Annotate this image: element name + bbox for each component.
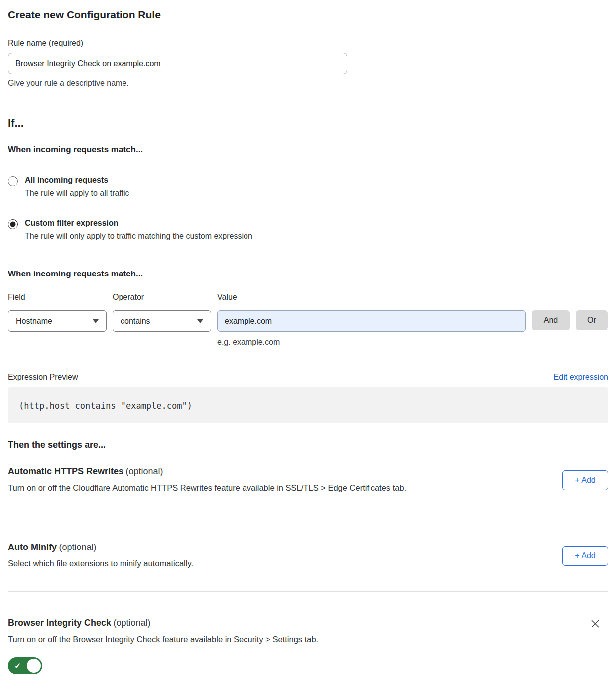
- chevron-down-icon: [197, 319, 203, 323]
- operator-label: Operator: [113, 293, 211, 302]
- radio-description: The rule will only apply to traffic matc…: [25, 232, 252, 241]
- setting-description: Turn on or off the Cloudflare Automatic …: [8, 483, 406, 493]
- setting-title: Browser Integrity Check: [8, 618, 111, 628]
- page-title: Create new Configuration Rule: [8, 9, 608, 21]
- field-select[interactable]: Hostname: [8, 310, 107, 332]
- setting-optional-tag: (optional): [114, 618, 151, 628]
- and-button[interactable]: And: [532, 310, 570, 330]
- expression-code: (http.host contains "example.com"): [19, 401, 192, 411]
- rule-name-help: Give your rule a descriptive name.: [8, 79, 608, 88]
- setting-title: Automatic HTTPS Rewrites: [8, 466, 123, 476]
- value-hint: e.g. example.com: [217, 338, 526, 347]
- setting-auto-minify: Auto Minify (optional) Select which file…: [8, 542, 608, 568]
- value-input[interactable]: [217, 310, 526, 332]
- setting-description: Select which file extensions to minify a…: [8, 559, 193, 568]
- operator-select[interactable]: contains: [113, 310, 211, 332]
- setting-automatic-https-rewrites: Automatic HTTPS Rewrites (optional) Turn…: [8, 466, 608, 493]
- then-settings-heading: Then the settings are...: [8, 440, 608, 450]
- divider: [8, 591, 608, 592]
- radio-label: All incoming requests: [25, 176, 129, 185]
- setting-texts: Auto Minify (optional) Select which file…: [8, 542, 193, 568]
- check-icon: ✓: [14, 661, 21, 671]
- divider: [8, 516, 608, 516]
- radio-unselected-icon[interactable]: [8, 176, 18, 186]
- radio-option-custom-filter-expression[interactable]: Custom filter expression The rule will o…: [8, 219, 608, 241]
- chevron-down-icon: [93, 319, 99, 323]
- rule-name-input[interactable]: [8, 53, 347, 74]
- expression-preview-header: Expression Preview Edit expression: [8, 373, 608, 382]
- operator-column: Operator contains: [113, 293, 211, 332]
- browser-integrity-check-toggle[interactable]: ✓: [8, 657, 42, 674]
- setting-optional-tag: (optional): [59, 542, 96, 552]
- expression-builder-row: Field Hostname Operator contains Value e…: [8, 293, 608, 347]
- add-auto-minify-button[interactable]: + Add: [562, 546, 608, 566]
- if-heading: If...: [8, 117, 608, 130]
- add-automatic-https-rewrites-button[interactable]: + Add: [562, 470, 608, 490]
- operator-select-value: contains: [121, 317, 150, 326]
- edit-expression-link[interactable]: Edit expression: [554, 373, 608, 382]
- divider: [8, 103, 608, 103]
- setting-optional-tag: (optional): [126, 466, 163, 476]
- field-select-value: Hostname: [16, 317, 52, 326]
- radio-label: Custom filter expression: [25, 219, 252, 228]
- radio-option-all-incoming-requests[interactable]: All incoming requests The rule will appl…: [8, 176, 608, 198]
- setting-texts: Automatic HTTPS Rewrites (optional) Turn…: [8, 466, 406, 493]
- rule-name-label: Rule name (required): [8, 39, 608, 48]
- or-button[interactable]: Or: [576, 310, 608, 330]
- radio-description: The rule will apply to all traffic: [25, 189, 129, 198]
- close-icon: [590, 619, 600, 629]
- setting-description: Turn on or off the Browser Integrity Che…: [8, 635, 318, 644]
- setting-browser-integrity-check: Browser Integrity Check (optional) Turn …: [8, 618, 608, 676]
- setting-texts: Browser Integrity Check (optional) Turn …: [8, 618, 318, 676]
- value-label: Value: [217, 293, 526, 302]
- radio-selected-icon[interactable]: [8, 219, 18, 229]
- setting-title: Auto Minify: [8, 542, 57, 552]
- expression-preview-box: (http.host contains "example.com"): [8, 387, 608, 423]
- expression-builder-heading: When incoming requests match...: [8, 269, 608, 279]
- expression-preview-label: Expression Preview: [8, 373, 78, 382]
- remove-setting-button[interactable]: [589, 618, 601, 630]
- field-column: Field Hostname: [8, 293, 107, 332]
- value-column: Value e.g. example.com: [217, 293, 526, 347]
- toggle-knob[interactable]: [27, 659, 41, 673]
- match-heading: When incoming requests match...: [8, 145, 608, 155]
- field-label: Field: [8, 293, 107, 302]
